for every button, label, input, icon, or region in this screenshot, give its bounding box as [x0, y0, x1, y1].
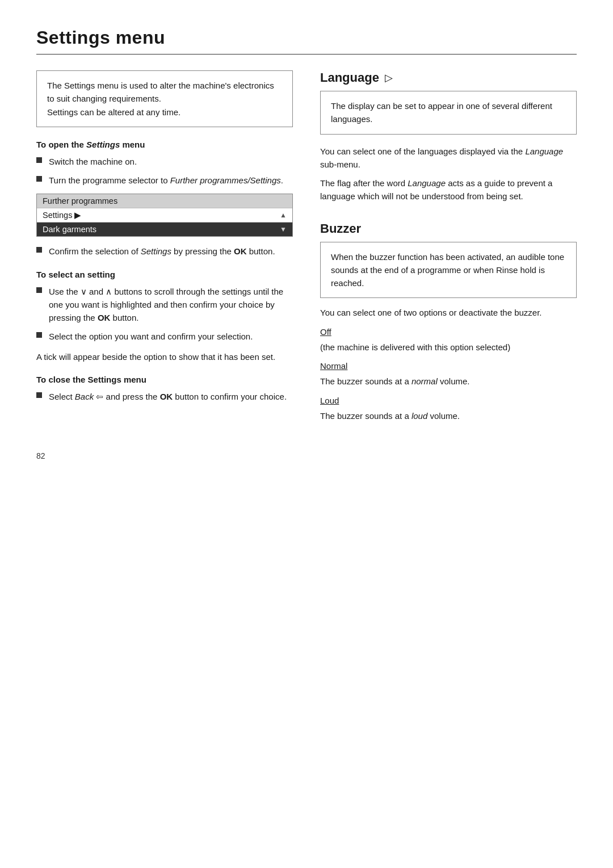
bullet-text: Turn the programme selector to Further p… — [49, 174, 283, 187]
display-row-1-text: Further programmes — [43, 196, 287, 206]
buzzer-para1: You can select one of two options or dea… — [320, 306, 577, 319]
bullet-icon — [36, 287, 42, 293]
page-number: 82 — [36, 451, 45, 460]
bullet-item: Switch the machine on. — [36, 155, 293, 168]
ok-bold-2: OK — [98, 313, 111, 322]
right-column: Language ▷ The display can be set to app… — [320, 70, 577, 428]
bullet-item: Select the option you want and confirm y… — [36, 330, 293, 343]
bullet-item: Confirm the selection of Settings by pre… — [36, 245, 293, 258]
bullet-icon — [36, 332, 42, 338]
main-content: The Settings menu is used to alter the m… — [36, 70, 577, 428]
section-open-heading: To open the Settings menu — [36, 140, 293, 149]
page-title: Settings menu — [36, 27, 577, 48]
display-row-1: Further programmes — [37, 194, 292, 208]
normal-italic: normal — [412, 376, 438, 386]
display-row-2-text: Settings ▶ — [43, 211, 280, 220]
language-flag-icon: ▷ — [385, 72, 393, 84]
buzzer-box: When the buzzer function has been activa… — [320, 242, 577, 299]
intro-box: The Settings menu is used to alter the m… — [36, 70, 293, 127]
buzzer-title: Buzzer — [320, 221, 577, 236]
section-close-bullets: Select Back ⇦ and press the OK button to… — [36, 390, 293, 403]
buzzer-option-loud: Loud — [320, 394, 577, 407]
section-open-bullets: Switch the machine on. Turn the programm… — [36, 155, 293, 187]
left-column: The Settings menu is used to alter the m… — [36, 70, 293, 410]
section-select-bullets: Use the ∨ and ∧ buttons to scroll throug… — [36, 285, 293, 343]
bullet-item: Turn the programme selector to Further p… — [36, 174, 293, 187]
bottom-area: 82 — [36, 451, 577, 460]
bullet-icon — [36, 247, 42, 253]
buzzer-loud-text: The buzzer sounds at a loud volume. — [320, 409, 577, 422]
scroll-up-icon[interactable]: ▲ — [280, 211, 287, 219]
title-divider — [36, 54, 577, 54]
ok-bold-3: OK — [160, 392, 173, 401]
buzzer-normal-text: The buzzer sounds at a normal volume. — [320, 375, 577, 388]
settings-bold-italic: Settings — [86, 140, 120, 149]
section-open-confirm-bullets: Confirm the selection of Settings by pre… — [36, 245, 293, 258]
bullet-item: Use the ∨ and ∧ buttons to scroll throug… — [36, 285, 293, 325]
loud-italic: loud — [412, 411, 427, 421]
display-row-3-text: Dark garments — [43, 225, 280, 234]
language-italic: Language — [525, 146, 563, 156]
buzzer-off-desc: (the machine is delivered with this opti… — [320, 342, 510, 352]
language-italic-2: Language — [408, 178, 446, 188]
bullet-text: Select Back ⇦ and press the OK button to… — [49, 390, 287, 403]
bullet-text: Switch the machine on. — [49, 155, 137, 168]
further-programmes-italic: Further programmes/Settings — [170, 175, 281, 185]
scroll-down-icon[interactable]: ▼ — [280, 225, 287, 233]
tick-note: A tick will appear beside the option to … — [36, 350, 293, 363]
bullet-text: Select the option you want and confirm y… — [49, 330, 253, 343]
language-title: Language — [320, 70, 379, 85]
section-select-heading: To select an setting — [36, 270, 293, 279]
language-intro-box: The display can be set to appear in one … — [320, 91, 577, 135]
section-close-heading: To close the Settings menu — [36, 375, 293, 384]
display-row-3: Dark garments ▼ — [37, 223, 292, 236]
intro-text: The Settings menu is used to alter the m… — [47, 81, 274, 117]
settings-italic: Settings — [141, 246, 171, 256]
bullet-icon — [36, 157, 42, 163]
buzzer-option-normal: Normal — [320, 359, 577, 372]
buzzer-option-off: Off — [320, 325, 577, 338]
back-italic: Back — [75, 392, 94, 401]
bullet-icon — [36, 176, 42, 182]
bullet-item: Select Back ⇦ and press the OK button to… — [36, 390, 293, 403]
language-para2: The flag after the word Language acts as… — [320, 177, 577, 203]
bullet-text: Confirm the selection of Settings by pre… — [49, 245, 275, 258]
display-widget: Further programmes Settings ▶ ▲ Dark gar… — [36, 194, 293, 237]
ok-bold: OK — [234, 246, 247, 256]
language-title-row: Language ▷ — [320, 70, 577, 85]
bullet-text: Use the ∨ and ∧ buttons to scroll throug… — [49, 285, 293, 325]
buzzer-off-text: (the machine is delivered with this opti… — [320, 341, 577, 354]
language-para1: You can select one of the languages disp… — [320, 145, 577, 171]
bullet-icon — [36, 392, 42, 398]
display-row-2: Settings ▶ ▲ — [37, 208, 292, 223]
